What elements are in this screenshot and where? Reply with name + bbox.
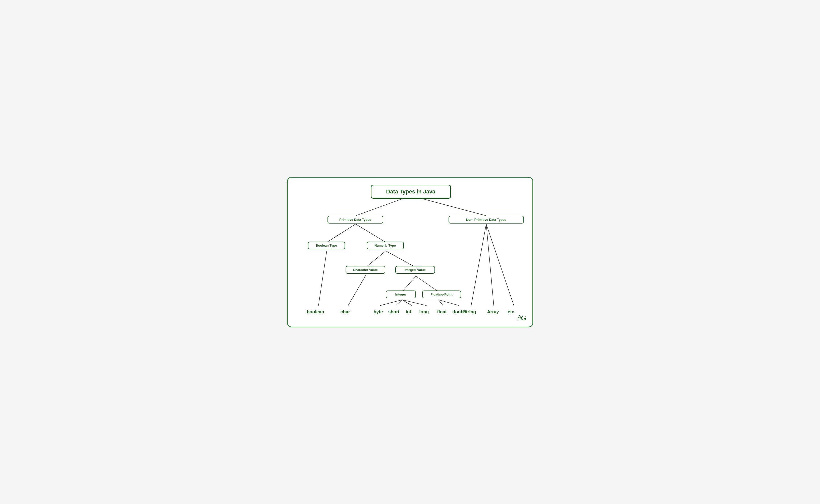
gfg-logo: ∂G [517,314,526,322]
leaf-byte: byte [374,309,383,315]
node-numeric: Numeric Type [367,242,404,249]
leaf-string: String [463,309,476,315]
leaf-short: short [388,309,400,315]
node-integer: Integer [386,291,416,298]
node-char-value: Character Value [346,266,385,274]
diagram-container: Data Types in Java Primitive Data Types … [287,177,533,327]
leaf-long: long [419,309,429,315]
svg-line-2 [327,224,356,242]
leaf-char: char [341,309,350,315]
svg-line-8 [319,251,327,306]
svg-line-17 [486,224,494,306]
connector-lines [288,178,532,327]
svg-line-14 [438,300,443,306]
leaf-float: float [437,309,447,315]
svg-line-4 [366,251,386,267]
svg-line-18 [486,224,514,306]
svg-line-3 [356,224,386,242]
svg-line-6 [402,276,416,292]
node-non-primitive: Non- Primitive Data Types [449,216,524,224]
svg-line-11 [396,300,402,306]
svg-line-10 [380,300,402,306]
node-boolean: Boolean Type [308,242,345,249]
svg-line-9 [348,275,366,306]
svg-line-0 [356,196,411,216]
node-floating-point: Floating-Point [422,291,461,298]
svg-line-7 [416,276,438,292]
svg-line-5 [386,251,416,267]
svg-line-16 [471,224,486,306]
svg-line-13 [402,300,426,306]
node-primitive: Primitive Data Types [328,216,383,224]
leaf-boolean: boolean [307,309,324,315]
leaf-array: Array [487,309,499,315]
leaf-etc: etc. [508,309,516,315]
svg-line-15 [438,300,459,306]
node-integral-value: Integral Value [395,266,435,274]
svg-line-12 [402,300,412,306]
leaf-int: int [406,309,411,315]
svg-line-1 [411,196,486,216]
node-root: Data Types in Java [371,185,451,199]
